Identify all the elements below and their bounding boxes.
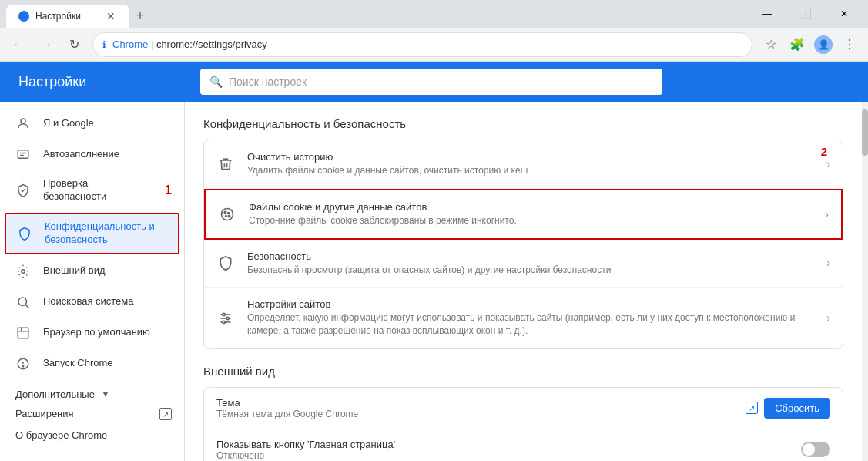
sidebar-label-about: О браузере Chrome bbox=[15, 429, 172, 442]
active-tab[interactable]: Настройки ✕ bbox=[6, 5, 129, 28]
search-icon bbox=[15, 294, 31, 310]
address-bar[interactable]: ℹ Chrome | chrome://settings/privacy bbox=[92, 32, 752, 57]
theme-title: Тема bbox=[216, 397, 746, 409]
home-button-item: Показывать кнопку 'Главная страница' Отк… bbox=[204, 429, 843, 461]
home-button-text: Показывать кнопку 'Главная страница' Отк… bbox=[216, 439, 801, 461]
bookmark-button[interactable]: ☆ bbox=[759, 32, 783, 57]
home-button-title: Показывать кнопку 'Главная страница' bbox=[216, 439, 801, 450]
sidebar: Я и Google Автозаполнение Проверка безоп… bbox=[0, 102, 185, 461]
tab-close-button[interactable]: ✕ bbox=[105, 10, 117, 22]
trash-icon bbox=[216, 155, 235, 173]
site-settings-desc: Определяет, какую информацию могут испол… bbox=[247, 311, 814, 338]
svg-point-14 bbox=[224, 211, 226, 214]
security-desc: Безопасный просмотр (защита от опасных с… bbox=[247, 264, 814, 277]
minimize-button[interactable]: — bbox=[749, 3, 785, 25]
theme-reset-button[interactable]: Сбросить bbox=[764, 398, 830, 419]
site-settings-text: Настройки сайтов Определяет, какую инфор… bbox=[247, 298, 814, 338]
sidebar-item-launch[interactable]: Запуск Chrome bbox=[0, 348, 184, 379]
body-wrapper: Я и Google Автозаполнение Проверка безоп… bbox=[0, 102, 868, 461]
sidebar-item-search[interactable]: Поисковая система bbox=[0, 287, 184, 318]
sidebar-item-ya-google[interactable]: Я и Google bbox=[0, 108, 184, 139]
home-button-toggle[interactable] bbox=[801, 442, 830, 457]
cookies-title: Файлы cookie и другие данные сайтов bbox=[249, 201, 813, 213]
reload-button[interactable]: ↻ bbox=[62, 32, 86, 57]
clear-history-item[interactable]: Очистить историю Удалить файлы cookie и … bbox=[204, 140, 843, 189]
svg-line-6 bbox=[25, 305, 28, 308]
site-settings-item[interactable]: Настройки сайтов Определяет, какую инфор… bbox=[204, 288, 843, 348]
browser-frame: Настройки ✕ + — ⬜ ✕ ← → ↻ ℹ Chrome | chr… bbox=[0, 0, 868, 461]
sidebar-item-privacy[interactable]: Конфиденциальность и безопасность bbox=[5, 213, 179, 254]
sidebar-item-default-browser[interactable]: Браузер по умолчанию bbox=[0, 318, 184, 348]
external-link-icon: ↗ bbox=[159, 408, 172, 420]
cookies-desc: Сторонние файлы cookie заблокированы в р… bbox=[249, 214, 813, 227]
scrollbar-track[interactable] bbox=[862, 102, 868, 461]
content-area: Конфиденциальность и безопасность Очисти… bbox=[185, 102, 862, 461]
person-icon bbox=[15, 116, 31, 131]
appearance-icon bbox=[15, 264, 31, 279]
profile-button[interactable]: 👤 bbox=[811, 32, 836, 57]
site-settings-title: Настройки сайтов bbox=[247, 298, 814, 310]
main-wrapper: Настройки 🔍 Поиск настроек Я и Google bbox=[0, 62, 868, 461]
sidebar-item-security-check[interactable]: Проверка безопасности 1 bbox=[0, 170, 184, 211]
back-button[interactable]: ← bbox=[6, 32, 31, 57]
cookies-item[interactable]: Файлы cookie и другие данные сайтов Стор… bbox=[204, 189, 843, 240]
theme-text: Тема Тёмная тема для Google Chrome bbox=[216, 397, 746, 419]
search-bar[interactable]: 🔍 Поиск настроек bbox=[200, 69, 662, 95]
svg-point-13 bbox=[222, 208, 233, 220]
sidebar-label-privacy: Конфиденциальность и безопасность bbox=[45, 220, 170, 247]
svg-rect-7 bbox=[18, 328, 28, 338]
search-icon: 🔍 bbox=[209, 76, 223, 88]
sidebar-label-launch: Запуск Chrome bbox=[43, 357, 172, 370]
tab-title: Настройки bbox=[35, 11, 81, 22]
svg-point-17 bbox=[228, 215, 230, 217]
svg-point-23 bbox=[223, 321, 225, 323]
maximize-button[interactable]: ⬜ bbox=[788, 3, 823, 25]
search-input[interactable]: Поиск настроек bbox=[229, 76, 307, 88]
home-button-desc: Отключено bbox=[216, 450, 801, 461]
close-button[interactable]: ✕ bbox=[826, 3, 862, 25]
sidebar-additional[interactable]: Дополнительные ▼ bbox=[0, 379, 184, 403]
svg-point-12 bbox=[22, 365, 24, 367]
appearance-card: Тема Тёмная тема для Google Chrome ↗ Сбр… bbox=[203, 387, 843, 461]
menu-button[interactable]: ⋮ bbox=[837, 32, 862, 57]
svg-point-22 bbox=[226, 317, 229, 319]
sidebar-item-about[interactable]: О браузере Chrome bbox=[0, 425, 184, 447]
clear-history-text: Очистить историю Удалить файлы cookie и … bbox=[247, 151, 814, 177]
sidebar-item-appearance[interactable]: Внешний вид bbox=[0, 256, 184, 287]
extensions-button[interactable]: 🧩 bbox=[785, 32, 809, 57]
secure-icon: ℹ bbox=[102, 39, 106, 50]
clear-history-title: Очистить историю bbox=[247, 151, 814, 163]
sidebar-item-autofill[interactable]: Автозаполнение bbox=[0, 139, 184, 170]
sidebar-item-extensions[interactable]: Расширения ↗ bbox=[0, 403, 184, 426]
svg-point-5 bbox=[18, 298, 27, 306]
chevron-down-icon: ▼ bbox=[101, 389, 110, 399]
forward-button[interactable]: → bbox=[34, 32, 59, 57]
svg-point-0 bbox=[21, 119, 25, 123]
arrow-right-icon-4: › bbox=[826, 311, 830, 325]
additional-label: Дополнительные bbox=[15, 389, 95, 400]
arrow-right-icon: › bbox=[826, 157, 830, 171]
annotation-2: 2 bbox=[821, 145, 827, 158]
sidebar-label-appearance: Внешний вид bbox=[43, 264, 172, 278]
browser-icon bbox=[15, 325, 31, 341]
autofill-icon bbox=[15, 146, 31, 162]
toolbar: ← → ↻ ℹ Chrome | chrome://settings/priva… bbox=[0, 28, 868, 62]
sidebar-label-default-browser: Браузер по умолчанию bbox=[43, 326, 172, 339]
svg-point-21 bbox=[223, 313, 225, 315]
privacy-icon bbox=[17, 226, 32, 241]
arrow-right-icon-2: › bbox=[825, 207, 829, 221]
theme-external-link-icon[interactable]: ↗ bbox=[746, 402, 758, 414]
launch-icon bbox=[15, 356, 31, 372]
cookie-icon bbox=[218, 205, 236, 224]
theme-item: Тема Тёмная тема для Google Chrome ↗ Сбр… bbox=[204, 388, 843, 429]
security-item[interactable]: Безопасность Безопасный просмотр (защита… bbox=[204, 240, 843, 288]
sidebar-label-extensions: Расширения bbox=[15, 408, 147, 421]
sidebar-label-security-check: Проверка безопасности bbox=[43, 177, 149, 204]
new-tab-button[interactable]: + bbox=[129, 5, 151, 26]
svg-point-4 bbox=[22, 269, 25, 273]
scrollbar-thumb[interactable] bbox=[862, 109, 868, 156]
security-text: Безопасность Безопасный просмотр (защита… bbox=[247, 251, 814, 277]
address-text: Chrome | chrome://settings/privacy bbox=[112, 39, 742, 50]
title-bar: Настройки ✕ + — ⬜ ✕ bbox=[0, 0, 868, 28]
svg-rect-1 bbox=[18, 150, 28, 159]
